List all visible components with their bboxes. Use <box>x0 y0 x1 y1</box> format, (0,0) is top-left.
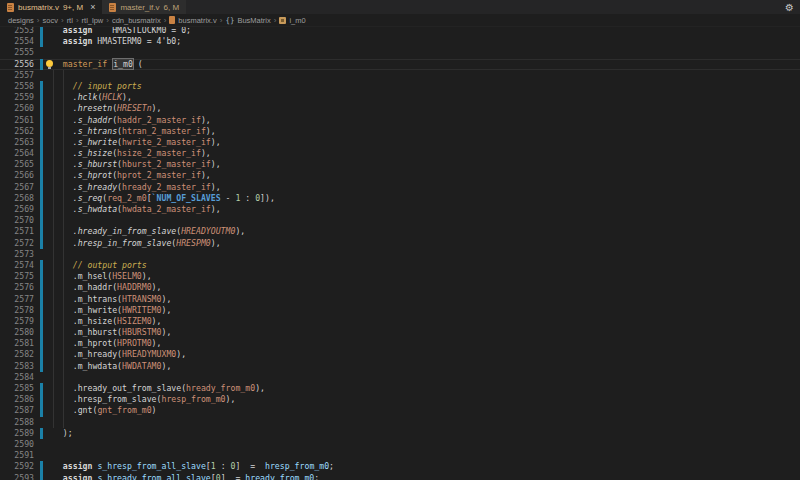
code-line[interactable]: 2565 .s_hburst(hburst_2_master_if), <box>0 159 800 170</box>
line-number: 2556 <box>0 59 38 70</box>
code-line[interactable]: 2589 ); <box>0 428 800 439</box>
code-line[interactable]: 2554 assign HMASTERM0 = 4'b0; <box>0 36 800 47</box>
breadcrumb: designs›socv›rtl›rtl_lpw›cdn_busmatrix›b… <box>0 14 800 27</box>
code-line[interactable]: 2592 assign s_hresp_from_all_slave[1 : 0… <box>0 461 800 472</box>
line-number: 2589 <box>0 428 38 439</box>
tab-label: master_if.v <box>120 3 159 12</box>
code-line[interactable]: 2574 // output ports <box>0 260 800 271</box>
breadcrumb-item-rtl_lpw[interactable]: rtl_lpw <box>82 16 104 25</box>
line-number: 2579 <box>0 316 38 327</box>
code-line[interactable]: 2577 .m_htrans(HTRANSM0), <box>0 294 800 305</box>
code-line[interactable]: 2559 .hclk(HCLK), <box>0 92 800 103</box>
code-line[interactable]: 2578 .m_hwrite(HWRITEM0), <box>0 305 800 316</box>
code-line[interactable]: 2568 .s_req(req_2_m0[`NUM_OF_SLAVES - 1 … <box>0 193 800 204</box>
code-editor[interactable]: 2553 assign HMASTLOCKM0 = 0;2554 assign … <box>0 27 800 480</box>
line-number: 2560 <box>0 103 38 114</box>
code-line[interactable]: 2560 .hresetn(HRESETn), <box>0 103 800 114</box>
breadcrumb-item-cdn_busmatrix[interactable]: cdn_busmatrix <box>112 16 161 25</box>
breadcrumb-item-BusMatrix[interactable]: {}BusMatrix <box>225 16 270 25</box>
breadcrumb-item-designs[interactable]: designs <box>8 16 34 25</box>
code-text <box>43 450 53 461</box>
code-line[interactable]: 2553 assign HMASTLOCKM0 = 0; <box>0 27 800 36</box>
code-text <box>43 372 53 383</box>
code-text: .hresp_from_slave(hresp_from_m0), <box>43 394 235 405</box>
code-text: assign HMASTLOCKM0 = 0; <box>43 27 191 36</box>
breadcrumb-separator: › <box>106 16 109 25</box>
line-number: 2574 <box>0 260 38 271</box>
code-text: .m_hprot(HPROTM0), <box>43 338 161 349</box>
tab-busmatrix[interactable]: busmatrix.v 9+, M × <box>0 0 102 14</box>
code-line[interactable]: 2591 <box>0 450 800 461</box>
line-number: 2559 <box>0 92 38 103</box>
code-line[interactable]: 2558 // input ports <box>0 81 800 92</box>
verilog-file-icon <box>7 3 14 12</box>
code-line[interactable]: 2570 <box>0 215 800 226</box>
line-number: 2588 <box>0 417 38 428</box>
code-line[interactable]: 2579 .m_hsize(HSIZEM0), <box>0 316 800 327</box>
line-number: 2566 <box>0 170 38 181</box>
code-line[interactable]: 2571 .hready_in_from_slave(HREADYOUTM0), <box>0 226 800 237</box>
line-number: 2583 <box>0 361 38 372</box>
code-line[interactable]: 2581 .m_hprot(HPROTM0), <box>0 338 800 349</box>
code-line[interactable]: 2593 assign s_hready_from_all_slave[0] =… <box>0 473 800 480</box>
line-number: 2585 <box>0 383 38 394</box>
line-number: 2562 <box>0 126 38 137</box>
line-number: 2564 <box>0 148 38 159</box>
line-number: 2553 <box>0 27 38 36</box>
code-line[interactable]: 2582 .m_hready(HREADYMUXM0), <box>0 349 800 360</box>
code-line[interactable]: 2567 .s_hready(hready_2_master_if), <box>0 182 800 193</box>
code-text: .s_hsize(hsize_2_master_if), <box>43 148 211 159</box>
code-line[interactable]: 2576 .m_haddr(HADDRM0), <box>0 282 800 293</box>
line-number: 2578 <box>0 305 38 316</box>
code-line[interactable]: 2556 master_if i_m0 ( <box>0 59 800 70</box>
code-line[interactable]: 2588 <box>0 417 800 428</box>
code-text <box>43 417 53 428</box>
code-line[interactable]: 2585 .hready_out_from_slave(hready_from_… <box>0 383 800 394</box>
code-text: .hready_in_from_slave(HREADYOUTM0), <box>43 226 245 237</box>
line-number: 2590 <box>0 439 38 450</box>
code-line[interactable]: 2573 <box>0 249 800 260</box>
code-text: ); <box>43 428 73 439</box>
code-text: .m_hready(HREADYMUXM0), <box>43 349 186 360</box>
code-text <box>43 70 53 81</box>
code-line[interactable]: 2566 .s_hprot(hprot_2_master_if), <box>0 170 800 181</box>
gear-icon[interactable]: ⚙ <box>785 0 794 14</box>
code-line[interactable]: 2572 .hresp_in_from_slave(HRESPM0), <box>0 238 800 249</box>
code-text: assign s_hready_from_all_slave[0] = hrea… <box>43 473 319 480</box>
code-line[interactable]: 2584 <box>0 372 800 383</box>
line-number: 2580 <box>0 327 38 338</box>
code-text: .hclk(HCLK), <box>43 92 132 103</box>
breadcrumb-item-i_m0[interactable]: i_m0 <box>279 16 305 25</box>
code-line[interactable]: 2562 .s_htrans(htran_2_master_if), <box>0 126 800 137</box>
line-number: 2569 <box>0 204 38 215</box>
line-number: 2568 <box>0 193 38 204</box>
code-line[interactable]: 2564 .s_hsize(hsize_2_master_if), <box>0 148 800 159</box>
code-text: .gnt(gnt_from_m0) <box>43 405 157 416</box>
code-line[interactable]: 2586 .hresp_from_slave(hresp_from_m0), <box>0 394 800 405</box>
code-line[interactable]: 2561 .s_haddr(haddr_2_master_if), <box>0 115 800 126</box>
breadcrumb-item-rtl[interactable]: rtl <box>67 16 73 25</box>
line-number: 2572 <box>0 238 38 249</box>
line-number: 2592 <box>0 461 38 472</box>
code-line[interactable]: 2569 .s_hwdata(hwdata_2_master_if), <box>0 204 800 215</box>
code-line[interactable]: 2563 .s_hwrite(hwrite_2_master_if), <box>0 137 800 148</box>
code-text: assign HMASTERM0 = 4'b0; <box>43 36 181 47</box>
code-line[interactable]: 2583 .m_hwdata(HWDATAM0), <box>0 361 800 372</box>
tab-modified-badge: 6, M <box>164 3 180 12</box>
line-number: 2591 <box>0 450 38 461</box>
code-line[interactable]: 2557 <box>0 70 800 81</box>
code-text: .m_hwrite(HWRITEM0), <box>43 305 171 316</box>
code-line[interactable]: 2587 .gnt(gnt_from_m0) <box>0 405 800 416</box>
code-line[interactable]: 2590 <box>0 439 800 450</box>
close-icon[interactable]: × <box>90 3 95 12</box>
code-line[interactable]: 2555 <box>0 47 800 58</box>
code-text: .hready_out_from_slave(hready_from_m0), <box>43 383 265 394</box>
line-number: 2575 <box>0 271 38 282</box>
code-line[interactable]: 2580 .m_hburst(HBURSTM0), <box>0 327 800 338</box>
line-number: 2561 <box>0 115 38 126</box>
tab-master-if[interactable]: master_if.v 6, M <box>102 0 187 14</box>
breadcrumb-item-busmatrix.v[interactable]: busmatrix.v <box>169 16 216 25</box>
breadcrumb-item-socv[interactable]: socv <box>43 16 58 25</box>
braces-icon: {} <box>225 16 234 25</box>
code-line[interactable]: 2575 .m_hsel(HSELM0), <box>0 271 800 282</box>
